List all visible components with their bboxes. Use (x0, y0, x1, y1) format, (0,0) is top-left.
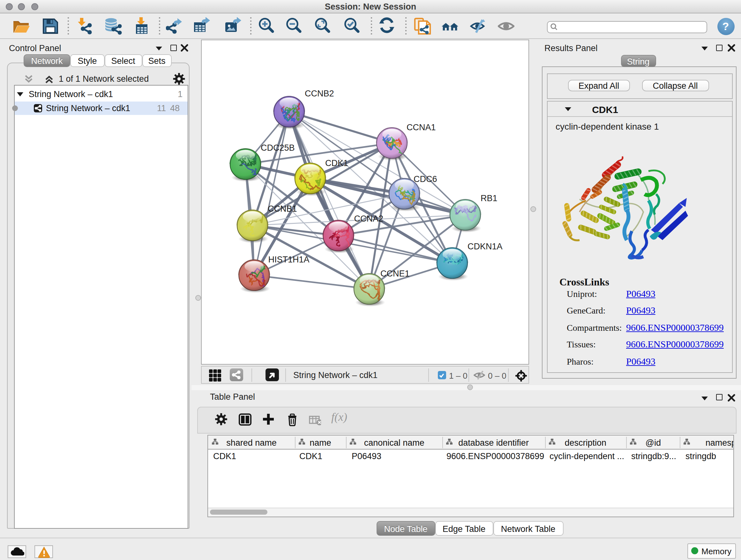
svg-text:HIST1H1A: HIST1H1A (268, 255, 309, 264)
svg-text:CCNA1: CCNA1 (406, 123, 435, 132)
svg-text:CDC25B: CDC25B (260, 143, 294, 152)
svg-text:CDC6: CDC6 (413, 174, 437, 184)
svg-text:RB1: RB1 (480, 193, 497, 203)
svg-text:CDKN1A: CDKN1A (467, 242, 502, 251)
svg-text:CCNB2: CCNB2 (305, 89, 334, 98)
svg-text:CCNA2: CCNA2 (354, 214, 383, 224)
svg-text:CCNB1: CCNB1 (267, 204, 297, 213)
svg-text:CDK1: CDK1 (325, 159, 348, 168)
svg-text:CCNE1: CCNE1 (380, 269, 409, 278)
